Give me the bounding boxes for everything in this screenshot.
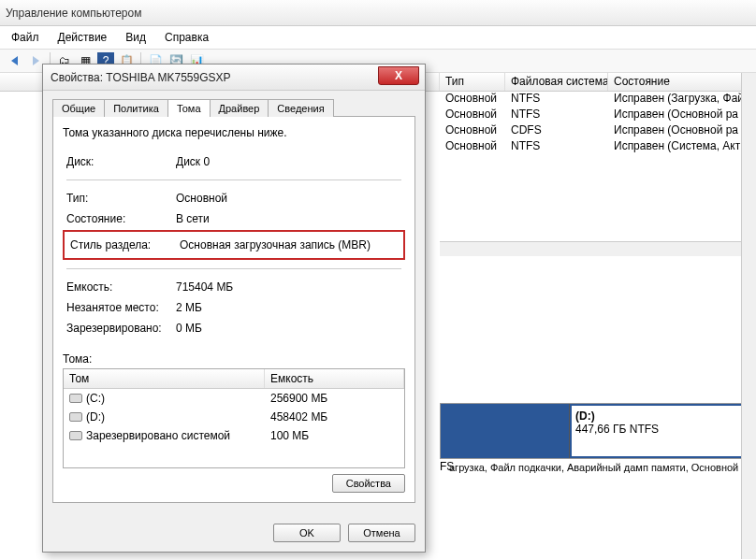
- table-row[interactable]: ОсновнойNTFSИсправен (Загрузка, Фай: [440, 92, 756, 108]
- cell-type: Основной: [440, 123, 505, 139]
- divider-2: [66, 268, 401, 269]
- properties-dialog: Свойства: TOSHIBA MK7559GSXP X Общие Пол…: [42, 64, 426, 553]
- volumes-group: Тома: Том Емкость (C:)256900 МБ(D:)45840…: [63, 352, 405, 493]
- volumes-label: Тома:: [63, 352, 405, 366]
- partition-d-size: 447,66 ГБ NTFS: [575, 423, 659, 436]
- volume-properties-button[interactable]: Свойства: [332, 474, 405, 493]
- dialog-tabs: Общие Политика Тома Драйвер Сведения: [52, 99, 415, 117]
- disk-icon: [69, 412, 82, 422]
- type-label: Тип:: [65, 189, 172, 208]
- cell-fs: NTFS: [505, 108, 608, 123]
- free-value: 2 МБ: [174, 298, 403, 317]
- svg-marker-1: [33, 56, 39, 65]
- table-row[interactable]: ОсновнойCDFSИсправен (Основной ра: [440, 123, 756, 139]
- vol-header-cap[interactable]: Емкость: [265, 369, 404, 388]
- tab-details[interactable]: Сведения: [268, 99, 333, 117]
- scrollbar-horizontal-upper[interactable]: [440, 241, 741, 256]
- type-value: Основной: [174, 189, 403, 208]
- vol-cap: 256900 МБ: [265, 391, 333, 406]
- menu-action[interactable]: Действие: [54, 30, 111, 45]
- vol-name: Зарезервировано системой: [64, 428, 265, 443]
- disk-info-table: Диск:Диск 0 Тип:Основной Состояние:В сет…: [63, 151, 405, 230]
- style-value: Основная загрузочная запись (MBR): [178, 236, 400, 254]
- disk-icon: [69, 431, 82, 440]
- style-label: Стиль раздела:: [68, 236, 176, 254]
- svg-marker-0: [11, 56, 18, 65]
- partition-below-text: агрузка, Файл подкачки, Аварийный дамп п…: [449, 460, 756, 475]
- vol-cap: 458402 МБ: [265, 409, 333, 424]
- grid-header-type[interactable]: Тип: [440, 73, 505, 91]
- tab-volumes[interactable]: Тома: [167, 99, 211, 117]
- cell-fs: NTFS: [505, 139, 608, 155]
- list-item[interactable]: (C:)256900 МБ: [64, 389, 404, 408]
- state-value: В сети: [174, 209, 403, 228]
- cell-type: Основной: [440, 92, 505, 108]
- list-item[interactable]: Зарезервировано системой100 МБ: [64, 426, 404, 445]
- table-row[interactable]: ОсновнойNTFSИсправен (Основной ра: [440, 108, 756, 123]
- cell-state: Исправен (Основной ра: [608, 123, 756, 139]
- cancel-button[interactable]: Отмена: [348, 524, 415, 542]
- cell-type: Основной: [440, 139, 505, 155]
- dialog-titlebar[interactable]: Свойства: TOSHIBA MK7559GSXP X: [43, 65, 425, 91]
- fs-tail: FS: [440, 460, 449, 475]
- cap-label: Емкость:: [65, 278, 172, 296]
- res-value: 0 МБ: [174, 319, 403, 337]
- scrollbar-vertical[interactable]: [741, 73, 756, 559]
- tab-general[interactable]: Общие: [52, 99, 105, 117]
- volumes-table: Том Емкость (C:)256900 МБ(D:)458402 МБЗа…: [63, 368, 405, 468]
- vol-name: (D:): [64, 409, 265, 424]
- list-item[interactable]: (D:)458402 МБ: [64, 408, 404, 426]
- grid-header-state[interactable]: Состояние: [608, 73, 756, 91]
- main-title: Управление компьютером: [6, 7, 141, 20]
- dialog-title: Свойства: TOSHIBA MK7559GSXP: [51, 71, 417, 84]
- divider: [66, 179, 401, 180]
- cell-fs: NTFS: [505, 92, 608, 108]
- cell-type: Основной: [440, 108, 505, 123]
- partition-pane: (D:) 447,66 ГБ NTFS FS агрузка, Файл под…: [440, 403, 755, 475]
- partition-d[interactable]: (D:) 447,66 ГБ NTFS: [570, 404, 754, 458]
- dialog-buttons: OK Отмена: [43, 514, 425, 552]
- vol-header-name[interactable]: Том: [64, 369, 265, 388]
- partition-left: [441, 404, 570, 458]
- tab-policy[interactable]: Политика: [104, 99, 168, 117]
- vol-cap: 100 МБ: [265, 428, 314, 443]
- close-icon[interactable]: X: [378, 66, 419, 85]
- table-row[interactable]: ОсновнойNTFSИсправен (Система, Акт: [440, 139, 756, 155]
- main-menu-bar: Файл Действие Вид Справка: [0, 26, 756, 50]
- menu-view[interactable]: Вид: [122, 30, 150, 45]
- disk-icon: [69, 394, 82, 403]
- vol-name: (C:): [64, 391, 265, 406]
- grid-header-fs[interactable]: Файловая система: [505, 73, 608, 91]
- disk-value: Диск 0: [174, 152, 403, 171]
- cell-fs: CDFS: [505, 123, 608, 139]
- free-label: Незанятое место:: [65, 298, 172, 317]
- tab-driver[interactable]: Драйвер: [210, 99, 269, 117]
- tab-panel-volumes: Тома указанного диска перечислены ниже. …: [52, 116, 415, 503]
- volumes-btn-row: Свойства: [63, 474, 405, 493]
- menu-help[interactable]: Справка: [161, 30, 212, 45]
- panel-intro: Тома указанного диска перечислены ниже.: [63, 126, 405, 139]
- disk-label: Диск:: [65, 152, 172, 171]
- cell-state: Исправен (Система, Акт: [608, 139, 756, 155]
- volumes-header: Том Емкость: [64, 369, 404, 389]
- partition-bar: (D:) 447,66 ГБ NTFS: [440, 403, 755, 459]
- cap-value: 715404 МБ: [174, 278, 403, 296]
- main-titlebar: Управление компьютером: [0, 0, 756, 26]
- res-label: Зарезервировано:: [65, 319, 172, 337]
- menu-file[interactable]: Файл: [7, 30, 43, 45]
- disk-info-table-2: Емкость:715404 МБ Незанятое место:2 МБ З…: [63, 260, 405, 339]
- cell-state: Исправен (Загрузка, Фай: [608, 92, 756, 108]
- grid-body: ОсновнойNTFSИсправен (Загрузка, ФайОснов…: [440, 92, 756, 155]
- ok-button[interactable]: OK: [273, 524, 341, 542]
- partition-style-highlight: Стиль раздела: Основная загрузочная запи…: [63, 230, 405, 260]
- dialog-body: Общие Политика Тома Драйвер Сведения Том…: [43, 91, 425, 514]
- partition-d-title: (D:): [575, 409, 595, 423]
- volumes-rows: (C:)256900 МБ(D:)458402 МБЗарезервирован…: [64, 389, 404, 445]
- back-icon[interactable]: [7, 52, 23, 69]
- state-label: Состояние:: [65, 209, 172, 228]
- cell-state: Исправен (Основной ра: [608, 108, 756, 123]
